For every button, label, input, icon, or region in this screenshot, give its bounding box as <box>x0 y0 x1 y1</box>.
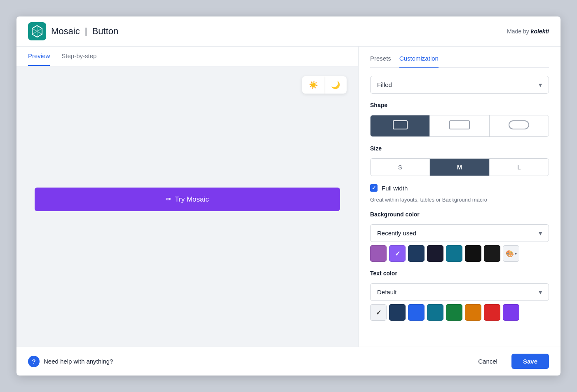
text-color-dropdown[interactable]: Default Custom <box>370 283 549 301</box>
help-row: ? Need help with anything? <box>28 356 113 367</box>
help-icon[interactable]: ? <box>28 356 40 367</box>
style-section: Filled Outlined Ghost ▼ <box>370 76 549 94</box>
bg-swatch-teal[interactable] <box>446 245 462 262</box>
shape-label: Shape <box>370 102 549 108</box>
mosaic-logo-icon <box>28 22 46 40</box>
text-swatch-green[interactable] <box>446 304 462 321</box>
text-color-palette <box>370 304 549 321</box>
bg-swatch-navy[interactable] <box>408 245 425 262</box>
preview-button-label: Try Mosaic <box>175 195 209 204</box>
text-swatch-purple[interactable] <box>503 304 519 321</box>
header-title: Mosaic | Button <box>51 26 118 37</box>
size-m-button[interactable]: M <box>430 159 489 176</box>
preview-mosaic-button[interactable]: ✏ Try Mosaic <box>35 188 340 211</box>
bg-color-palette: 🎨 ▾ <box>370 245 549 262</box>
text-swatch-amber[interactable] <box>465 304 481 321</box>
save-button[interactable]: Save <box>511 354 549 369</box>
full-width-checkbox[interactable]: ✓ <box>370 184 378 192</box>
full-width-row: ✓ Full width <box>370 184 549 192</box>
background-color-label: Background color <box>370 211 549 218</box>
left-tabs-bar: Preview Step-by-step <box>16 47 358 66</box>
shape-group <box>370 115 549 137</box>
text-color-section: Text color Default Custom ▼ <box>370 270 549 321</box>
text-color-label: Text color <box>370 270 549 277</box>
style-dropdown-wrapper: Filled Outlined Ghost ▼ <box>370 76 549 94</box>
preview-button-icon: ✏ <box>166 195 171 204</box>
header-left: Mosaic | Button <box>28 22 118 40</box>
help-text: Need help with anything? <box>44 358 113 365</box>
style-dropdown[interactable]: Filled Outlined Ghost <box>370 76 549 94</box>
theme-toggle: ☀️ 🌙 <box>302 76 347 94</box>
cancel-button[interactable]: Cancel <box>469 354 507 369</box>
header-made-by: Made by kolekti <box>507 28 549 35</box>
text-swatch-blue[interactable] <box>408 304 425 321</box>
text-color-dropdown-wrapper: Default Custom ▼ <box>370 283 549 301</box>
main-content: Preview Step-by-step ☀️ 🌙 ✏ Try Mosaic <box>16 47 561 347</box>
text-swatch-default[interactable] <box>370 304 387 321</box>
tab-customization[interactable]: Customization <box>399 55 439 68</box>
bg-color-dropdown-wrapper: Recently used Custom ▼ <box>370 224 549 242</box>
bg-swatch-black1[interactable] <box>465 245 481 262</box>
full-width-hint: Great within layouts, tables or Backgrou… <box>370 197 549 203</box>
app-window: Mosaic | Button Made by kolekti Preview … <box>16 16 561 376</box>
size-group: S M L <box>370 158 549 176</box>
shape-rounded-button[interactable] <box>430 115 489 136</box>
shape-rounded-icon <box>449 120 470 131</box>
tab-step-by-step[interactable]: Step-by-step <box>61 47 96 66</box>
bg-color-dropdown[interactable]: Recently used Custom <box>370 224 549 242</box>
header: Mosaic | Button Made by kolekti <box>16 16 561 47</box>
shape-section: Shape <box>370 102 549 137</box>
text-swatch-navy[interactable] <box>389 304 406 321</box>
size-s-button[interactable]: S <box>371 159 430 176</box>
right-panel: Presets Customization Filled Outlined Gh… <box>359 47 561 347</box>
footer: ? Need help with anything? Cancel Save <box>16 347 561 376</box>
shape-pill-button[interactable] <box>490 115 549 136</box>
preview-button-container: ✏ Try Mosaic <box>26 188 348 211</box>
dark-theme-button[interactable]: 🌙 <box>324 76 347 94</box>
tab-preview[interactable]: Preview <box>28 47 50 66</box>
shape-square-icon <box>393 120 408 131</box>
left-panel: Preview Step-by-step ☀️ 🌙 ✏ Try Mosaic <box>16 47 359 347</box>
shape-square-button[interactable] <box>371 115 430 136</box>
color-picker-chevron: ▾ <box>515 251 517 256</box>
text-swatch-teal[interactable] <box>427 304 443 321</box>
bg-swatch-dark-navy[interactable] <box>427 245 443 262</box>
bg-swatch-black2[interactable] <box>484 245 500 262</box>
color-picker-icon: 🎨 <box>506 250 514 258</box>
background-color-section: Background color Recently used Custom ▼ <box>370 211 549 262</box>
bg-swatch-purple-light[interactable] <box>370 245 387 262</box>
full-width-section: ✓ Full width Great within layouts, table… <box>370 184 549 203</box>
full-width-label: Full width <box>382 185 408 192</box>
bg-color-picker-button[interactable]: 🎨 ▾ <box>503 245 519 262</box>
tab-presets[interactable]: Presets <box>370 55 391 68</box>
shape-pill-icon <box>509 120 529 131</box>
text-swatch-red[interactable] <box>484 304 500 321</box>
bg-swatch-violet[interactable] <box>389 245 406 262</box>
panel-tabs: Presets Customization <box>370 55 549 68</box>
size-section: Size S M L <box>370 145 549 176</box>
preview-area: ☀️ 🌙 ✏ Try Mosaic <box>16 66 358 347</box>
footer-actions: Cancel Save <box>469 354 549 369</box>
size-l-button[interactable]: L <box>490 159 549 176</box>
light-theme-button[interactable]: ☀️ <box>302 76 324 94</box>
size-label: Size <box>370 145 549 152</box>
